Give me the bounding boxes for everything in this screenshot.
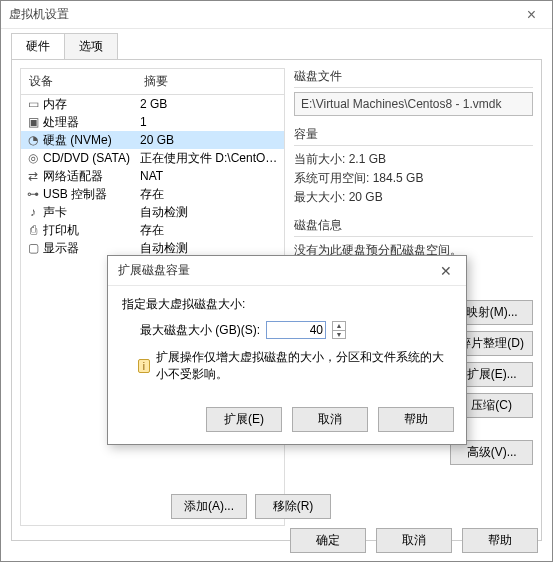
- disk-file-path: E:\Virtual Machines\Centos8 - 1.vmdk: [294, 92, 533, 116]
- device-name: CD/DVD (SATA): [41, 151, 138, 165]
- device-name: 打印机: [41, 222, 138, 239]
- capacity-max: 最大大小: 20 GB: [294, 188, 533, 207]
- modal-note-row: i 扩展操作仅增大虚拟磁盘的大小，分区和文件系统的大小不受影响。: [138, 349, 452, 383]
- max-size-input[interactable]: [266, 321, 326, 339]
- hardware-row[interactable]: ▭内存2 GB: [21, 95, 284, 113]
- spinner-down-icon[interactable]: ▼: [333, 331, 345, 339]
- hardware-row[interactable]: ◔硬盘 (NVMe)20 GB: [21, 131, 284, 149]
- window-title: 虚拟机设置: [9, 6, 69, 23]
- hardware-row[interactable]: ▣处理器1: [21, 113, 284, 131]
- memory-icon: ▭: [25, 97, 41, 111]
- modal-title: 扩展磁盘容量: [118, 262, 436, 279]
- add-button[interactable]: 添加(A)...: [171, 494, 247, 519]
- capacity-free: 系统可用空间: 184.5 GB: [294, 169, 533, 188]
- device-name: USB 控制器: [41, 186, 138, 203]
- device-name: 网络适配器: [41, 168, 138, 185]
- hardware-row[interactable]: ⊶USB 控制器存在: [21, 185, 284, 203]
- device-summary: 20 GB: [138, 133, 280, 147]
- device-summary: 自动检测: [138, 204, 280, 221]
- modal-spec-label: 指定最大虚拟磁盘大小:: [122, 296, 452, 313]
- col-device: 设备: [21, 69, 136, 94]
- modal-note-text: 扩展操作仅增大虚拟磁盘的大小，分区和文件系统的大小不受影响。: [156, 349, 452, 383]
- sound-icon: ♪: [25, 205, 41, 219]
- hardware-row[interactable]: ♪声卡自动检测: [21, 203, 284, 221]
- size-input-row: 最大磁盘大小 (GB)(S): ▲ ▼: [140, 321, 452, 339]
- modal-footer: 扩展(E) 取消 帮助: [108, 407, 466, 444]
- disk-icon: ◔: [25, 133, 41, 147]
- expand-disk-dialog: 扩展磁盘容量 ✕ 指定最大虚拟磁盘大小: 最大磁盘大小 (GB)(S): ▲ ▼…: [107, 255, 467, 445]
- hardware-row[interactable]: ⎙打印机存在: [21, 221, 284, 239]
- printer-icon: ⎙: [25, 223, 41, 237]
- modal-help-button[interactable]: 帮助: [378, 407, 454, 432]
- cd-icon: ◎: [25, 151, 41, 165]
- capacity-title: 容量: [294, 126, 533, 146]
- device-summary: 存在: [138, 222, 280, 239]
- capacity-group: 容量 当前大小: 2.1 GB 系统可用空间: 184.5 GB 最大大小: 2…: [294, 126, 533, 207]
- net-icon: ⇄: [25, 169, 41, 183]
- dialog-footer: 确定 取消 帮助: [290, 528, 538, 553]
- device-summary: 1: [138, 115, 280, 129]
- tab-hardware[interactable]: 硬件: [11, 33, 65, 59]
- display-icon: ▢: [25, 241, 41, 255]
- info-icon: i: [138, 359, 150, 373]
- modal-expand-button[interactable]: 扩展(E): [206, 407, 282, 432]
- device-summary: 自动检测: [138, 240, 280, 257]
- device-summary: 存在: [138, 186, 280, 203]
- device-name: 显示器: [41, 240, 138, 257]
- disk-file-title: 磁盘文件: [294, 68, 533, 88]
- capacity-current: 当前大小: 2.1 GB: [294, 150, 533, 169]
- usb-icon: ⊶: [25, 187, 41, 201]
- disk-info-title: 磁盘信息: [294, 217, 533, 237]
- tab-options[interactable]: 选项: [64, 33, 118, 59]
- hardware-list-header: 设备 摘要: [21, 69, 284, 95]
- device-name: 处理器: [41, 114, 138, 131]
- hardware-row[interactable]: ◎CD/DVD (SATA)正在使用文件 D:\CentOS-8.3.2...: [21, 149, 284, 167]
- device-name: 声卡: [41, 204, 138, 221]
- help-button[interactable]: 帮助: [462, 528, 538, 553]
- size-spinner[interactable]: ▲ ▼: [332, 321, 346, 339]
- col-summary: 摘要: [136, 69, 176, 94]
- disk-file-group: 磁盘文件 E:\Virtual Machines\Centos8 - 1.vmd…: [294, 68, 533, 116]
- close-icon[interactable]: ×: [519, 4, 544, 26]
- titlebar: 虚拟机设置 ×: [1, 1, 552, 29]
- hardware-row[interactable]: ⇄网络适配器NAT: [21, 167, 284, 185]
- device-name: 内存: [41, 96, 138, 113]
- cancel-button[interactable]: 取消: [376, 528, 452, 553]
- modal-close-icon[interactable]: ✕: [436, 263, 456, 279]
- modal-titlebar: 扩展磁盘容量 ✕: [108, 256, 466, 286]
- ok-button[interactable]: 确定: [290, 528, 366, 553]
- cpu-icon: ▣: [25, 115, 41, 129]
- modal-body: 指定最大虚拟磁盘大小: 最大磁盘大小 (GB)(S): ▲ ▼ i 扩展操作仅增…: [108, 286, 466, 407]
- tabs: 硬件 选项: [1, 29, 552, 59]
- device-name: 硬盘 (NVMe): [41, 132, 138, 149]
- device-summary: 正在使用文件 D:\CentOS-8.3.2...: [138, 150, 280, 167]
- spinner-up-icon[interactable]: ▲: [333, 322, 345, 331]
- max-size-label: 最大磁盘大小 (GB)(S):: [140, 322, 260, 339]
- modal-cancel-button[interactable]: 取消: [292, 407, 368, 432]
- device-summary: NAT: [138, 169, 280, 183]
- device-summary: 2 GB: [138, 97, 280, 111]
